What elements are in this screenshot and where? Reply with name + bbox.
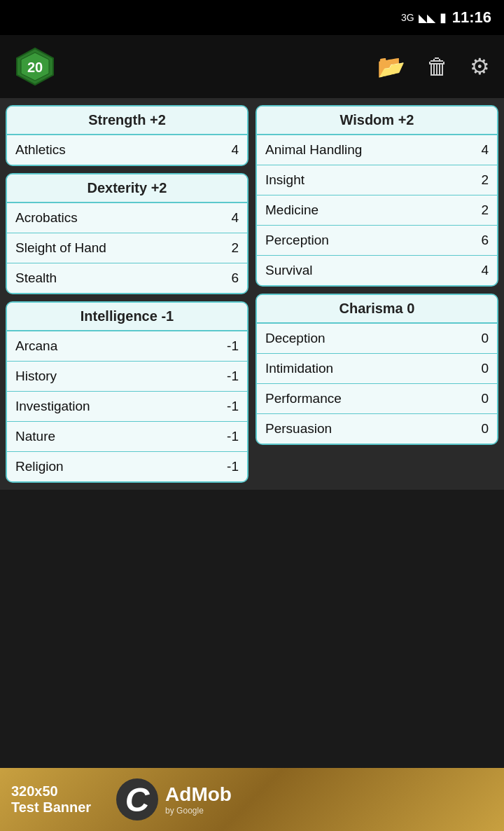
- skill-value: 6: [481, 233, 489, 248]
- skill-row[interactable]: Investigation-1: [7, 392, 247, 422]
- skill-row[interactable]: Sleight of Hand2: [7, 233, 247, 263]
- skill-row[interactable]: Intimidation0: [257, 354, 497, 384]
- skill-value: 4: [481, 142, 489, 158]
- skill-row[interactable]: Insight2: [257, 165, 497, 195]
- skill-row[interactable]: Acrobatics4: [7, 203, 247, 233]
- skill-value: 0: [481, 421, 489, 437]
- folder-icon[interactable]: 📂: [377, 53, 405, 80]
- skill-row[interactable]: Animal Handling4: [257, 135, 497, 165]
- network-label: 3G: [401, 12, 414, 23]
- skill-value: -1: [227, 399, 239, 414]
- skill-value: 4: [481, 263, 489, 278]
- skill-row[interactable]: Athletics4: [7, 135, 247, 165]
- stat-block-intelligence: Intelligence -1Arcana-1History-1Investig…: [6, 301, 248, 483]
- stat-header-strength: Strength +2: [7, 107, 247, 135]
- skill-row[interactable]: Religion-1: [7, 452, 247, 481]
- settings-icon[interactable]: ⚙: [470, 53, 490, 80]
- ad-text-section: 320x50 Test Banner: [0, 776, 102, 823]
- left-column: Strength +2Athletics4Dexterity +2Acrobat…: [6, 105, 248, 483]
- skill-name: Stealth: [15, 270, 57, 286]
- stat-block-charisma: Charisma 0Deception0Intimidation0Perform…: [255, 294, 498, 445]
- admob-c-logo: C: [116, 778, 158, 820]
- skill-name: Investigation: [15, 399, 90, 414]
- main-content: Strength +2Athletics4Dexterity +2Acrobat…: [0, 98, 504, 490]
- app-bar: 20 📂 🗑 ⚙: [0, 35, 504, 98]
- skill-name: Animal Handling: [265, 142, 362, 158]
- skill-row[interactable]: Arcana-1: [7, 331, 247, 362]
- skill-name: Survival: [265, 263, 313, 278]
- skill-name: Acrobatics: [15, 210, 78, 226]
- skill-row[interactable]: Deception0: [257, 324, 497, 354]
- skill-name: Deception: [265, 331, 326, 346]
- ad-banner: 320x50 Test Banner C AdMob by Google: [0, 768, 504, 831]
- stat-block-strength: Strength +2Athletics4: [6, 105, 248, 166]
- skill-name: Persuasion: [265, 421, 332, 437]
- stat-header-dexterity: Dexterity +2: [7, 174, 247, 203]
- stat-block-wisdom: Wisdom +2Animal Handling4Insight2Medicin…: [255, 105, 498, 287]
- skill-value: -1: [227, 459, 239, 474]
- skill-name: Arcana: [15, 338, 57, 354]
- skill-row[interactable]: Stealth6: [7, 263, 247, 293]
- right-column: Wisdom +2Animal Handling4Insight2Medicin…: [255, 105, 498, 483]
- ad-logo-section: C AdMob by Google: [116, 778, 232, 820]
- skill-value: 0: [481, 391, 489, 406]
- skill-value: 6: [231, 270, 239, 286]
- skill-name: Medicine: [265, 202, 318, 218]
- skill-row[interactable]: Perception6: [257, 226, 497, 256]
- stat-header-wisdom: Wisdom +2: [257, 107, 497, 135]
- skill-name: Perception: [265, 233, 329, 248]
- skill-name: Nature: [15, 429, 55, 444]
- skill-value: 0: [481, 331, 489, 346]
- skill-value: 0: [481, 361, 489, 376]
- skill-value: 4: [231, 210, 239, 226]
- admob-main-text: AdMob: [165, 783, 232, 806]
- skill-name: Sleight of Hand: [15, 240, 106, 256]
- ad-banner-text: Test Banner: [11, 799, 91, 816]
- admob-text: AdMob by Google: [165, 783, 232, 816]
- ad-size-text: 320x50: [11, 783, 91, 799]
- app-logo: 20: [14, 46, 56, 88]
- status-icons: 3G ◣◣ ▮: [401, 10, 447, 25]
- skill-row[interactable]: Survival4: [257, 256, 497, 285]
- trash-icon[interactable]: 🗑: [426, 54, 449, 80]
- app-bar-actions: 📂 🗑 ⚙: [377, 53, 490, 80]
- stat-block-dexterity: Dexterity +2Acrobatics4Sleight of Hand2S…: [6, 173, 248, 294]
- svg-text:20: 20: [27, 60, 43, 75]
- skill-name: Performance: [265, 391, 342, 406]
- skill-row[interactable]: History-1: [7, 362, 247, 392]
- skill-name: History: [15, 369, 57, 384]
- skill-value: 2: [481, 172, 489, 188]
- skill-value: -1: [227, 338, 239, 354]
- skill-name: Insight: [265, 172, 304, 188]
- skill-value: 2: [481, 202, 489, 218]
- skill-name: Athletics: [15, 142, 66, 158]
- skill-row[interactable]: Persuasion0: [257, 414, 497, 444]
- clock: 11:16: [452, 8, 491, 27]
- skill-row[interactable]: Nature-1: [7, 422, 247, 452]
- battery-icon: ▮: [440, 10, 447, 25]
- skill-name: Intimidation: [265, 361, 333, 376]
- status-bar: 3G ◣◣ ▮ 11:16: [0, 0, 504, 35]
- skill-value: 4: [231, 142, 239, 158]
- signal-icon: ◣◣: [419, 11, 435, 25]
- stat-header-intelligence: Intelligence -1: [7, 303, 247, 331]
- admob-sub-text: by Google: [165, 806, 232, 816]
- skill-row[interactable]: Medicine2: [257, 195, 497, 226]
- stat-header-charisma: Charisma 0: [257, 295, 497, 324]
- skill-name: Religion: [15, 459, 64, 474]
- skill-value: -1: [227, 429, 239, 444]
- skill-value: 2: [231, 240, 239, 256]
- skill-value: -1: [227, 369, 239, 384]
- skill-row[interactable]: Performance0: [257, 384, 497, 414]
